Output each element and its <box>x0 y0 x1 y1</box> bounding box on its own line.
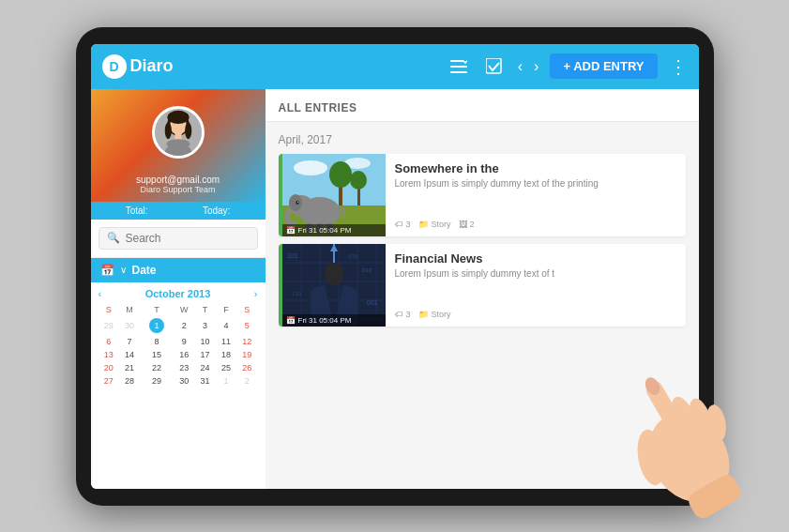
table-row: 6 7 8 9 10 11 12 <box>99 335 258 348</box>
entry-card-1[interactable]: 📅 Fri 31 05:04 PM Somewhere in the Lorem… <box>279 154 686 236</box>
entry-2-time-badge: 📅 Fri 31 05:04 PM <box>282 314 386 327</box>
entry-1-tags: 🏷 3 <box>395 220 411 229</box>
entry-1-images: 🖼 2 <box>459 220 475 229</box>
tablet-screen: D Diaro <box>91 44 699 489</box>
calendar-prev-button[interactable]: ‹ <box>99 288 102 299</box>
content-header: ALL ENTRIES <box>266 89 699 122</box>
table-row: 27 28 29 30 31 1 2 <box>99 374 258 388</box>
svg-text:101: 101 <box>287 252 298 259</box>
folder-icon-2: 📁 <box>418 310 429 319</box>
entry-1-time-badge: 📅 Fri 31 05:04 PM <box>282 224 386 236</box>
cal-header-thu: T <box>194 303 215 316</box>
svg-point-19 <box>329 161 352 188</box>
more-options-button[interactable]: ⋮ <box>669 55 688 78</box>
section-date: April, 2017 <box>279 133 686 146</box>
calendar-widget: ‹ October 2013 › S M T W T F <box>91 282 266 489</box>
calendar-month: October 2013 <box>145 288 211 299</box>
avatar <box>152 106 205 159</box>
table-row: 13 14 15 16 17 18 19 <box>99 348 258 361</box>
svg-point-21 <box>350 171 367 190</box>
svg-rect-2 <box>450 71 467 73</box>
svg-point-9 <box>185 122 191 139</box>
svg-point-8 <box>164 122 171 139</box>
folder-icon: 📁 <box>418 220 429 229</box>
cal-header-tue: T <box>140 303 174 316</box>
profile-email: support@gmail.com <box>136 175 220 185</box>
nav-back-button[interactable]: ‹ <box>518 58 523 75</box>
search-icon: 🔍 <box>107 232 120 244</box>
table-row: 29 30 1 2 3 4 5 <box>99 316 258 335</box>
calendar-grid: S M T W T F S 29 <box>99 303 258 388</box>
all-entries-title: ALL ENTRIES <box>279 101 357 114</box>
svg-point-53 <box>704 403 729 443</box>
tablet-frame: D Diaro <box>76 27 714 506</box>
date-section-header[interactable]: 📅 ∨ Date <box>91 258 266 282</box>
content-panel: ALL ENTRIES April, 2017 <box>266 89 699 489</box>
tag-icon-2: 🏷 <box>395 310 403 319</box>
cal-header-mon: M <box>119 303 140 316</box>
calendar-header: ‹ October 2013 › <box>99 288 258 299</box>
svg-rect-4 <box>486 58 501 73</box>
entry-2-excerpt: Lorem Ipsum is simply dummy text of t <box>395 267 676 281</box>
sidebar-profile: support@gmail.com Diaro Support Team <box>91 89 266 202</box>
menu-icon-button[interactable] <box>447 56 471 77</box>
svg-text:100: 100 <box>348 253 358 259</box>
cal-header-sun: S <box>99 303 119 316</box>
entry-thumbnail-1: 📅 Fri 31 05:04 PM <box>282 154 386 236</box>
cal-header-wed: W <box>174 303 194 316</box>
entry-1-content: Somewhere in the Lorem Ipsum is simply d… <box>386 154 686 236</box>
calendar-small-icon-2: 📅 <box>286 316 296 325</box>
entry-2-meta: 🏷 3 📁 Story <box>395 306 676 319</box>
tag-icon: 🏷 <box>395 220 403 229</box>
svg-rect-1 <box>450 66 467 68</box>
search-box[interactable]: 🔍 <box>99 227 258 250</box>
total-label: Total: <box>126 205 148 216</box>
today-label: Today: <box>203 205 230 216</box>
svg-point-13 <box>166 139 190 149</box>
svg-point-15 <box>294 160 327 175</box>
entry-1-category: 📁 Story <box>418 220 451 229</box>
search-input[interactable] <box>126 232 250 245</box>
calendar-small-icon: 📅 <box>286 226 296 235</box>
app-name: Diaro <box>130 56 174 76</box>
cal-header-sat: S <box>236 303 257 316</box>
top-bar: D Diaro <box>91 44 699 89</box>
entry-1-title: Somewhere in the <box>395 161 676 175</box>
entry-card-2[interactable]: 101 010 110 001 100 📅 Fri 31 05:04 PM <box>279 244 686 327</box>
sidebar-stats: Total: Today: <box>91 202 266 220</box>
date-section-label: Date <box>132 264 157 277</box>
content-body: April, 2017 <box>266 122 699 489</box>
nav-forward-button[interactable]: › <box>534 58 539 75</box>
profile-name: Diaro Support Team <box>141 185 216 194</box>
svg-rect-12 <box>174 132 181 139</box>
table-row: 20 21 22 23 24 25 26 <box>99 361 258 374</box>
cal-header-fri: F <box>216 303 236 316</box>
entry-thumbnail-2: 101 010 110 001 100 📅 Fri 31 05:04 PM <box>282 244 386 327</box>
top-bar-actions: ‹ › + ADD ENTRY ⋮ <box>447 53 688 79</box>
svg-point-40 <box>325 263 343 285</box>
entry-2-tags: 🏷 3 <box>395 310 411 319</box>
calendar-next-button[interactable]: › <box>254 288 258 299</box>
logo-icon: D <box>102 54 127 79</box>
svg-text:010: 010 <box>362 267 372 273</box>
chevron-down-icon: ∨ <box>120 265 127 275</box>
entry-1-meta: 🏷 3 📁 Story 🖼 2 <box>395 216 676 229</box>
add-entry-button[interactable]: + ADD ENTRY <box>550 53 657 79</box>
entry-2-content: Financial News Lorem Ipsum is simply dum… <box>386 244 686 327</box>
sidebar: support@gmail.com Diaro Support Team Tot… <box>91 89 266 489</box>
entry-2-category: 📁 Story <box>418 310 451 319</box>
sidebar-search-section: 🔍 <box>91 220 266 258</box>
svg-point-28 <box>296 201 299 205</box>
logo-area: D Diaro <box>102 54 447 79</box>
entry-2-title: Financial News <box>395 251 676 266</box>
svg-point-29 <box>297 202 298 203</box>
checkmark-icon-button[interactable] <box>482 54 507 79</box>
entry-1-excerpt: Lorem Ipsum is simply dummy text of the … <box>395 177 676 190</box>
svg-text:001: 001 <box>367 299 378 306</box>
svg-text:110: 110 <box>292 291 302 296</box>
calendar-icon: 📅 <box>100 264 114 277</box>
main-area: support@gmail.com Diaro Support Team Tot… <box>91 89 699 489</box>
image-icon: 🖼 <box>459 220 467 229</box>
svg-point-10 <box>167 110 189 123</box>
